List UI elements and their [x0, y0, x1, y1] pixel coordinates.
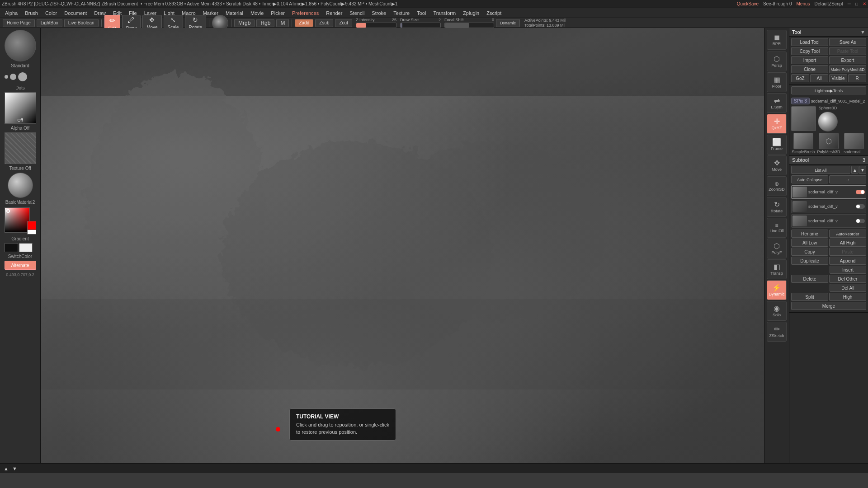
frame-btn[interactable]: ⬜ Frame — [767, 135, 787, 155]
auto-reorder-btn[interactable]: AutoReorder — [829, 230, 866, 238]
list-all-up-btn[interactable]: ▲ — [851, 166, 859, 174]
menu-tool[interactable]: Tool — [414, 9, 429, 17]
del-all-btn[interactable]: Del All — [830, 284, 866, 292]
menu-movie[interactable]: Movie — [247, 9, 267, 17]
texture-preview[interactable] — [5, 132, 36, 164]
minimize-btn[interactable]: ─ — [848, 1, 851, 6]
menu-zplugin[interactable]: Zplugin — [460, 9, 482, 17]
list-all-down-btn[interactable]: ▼ — [859, 166, 866, 174]
copy-tool-btn[interactable]: Copy Tool — [791, 47, 828, 55]
qxyz-btn[interactable]: ✛ QxYZ — [767, 114, 787, 134]
move-view-btn[interactable]: ✥ Move — [767, 155, 787, 175]
menu-preferences[interactable]: Preferences — [289, 9, 322, 17]
menu-render[interactable]: Render — [323, 9, 345, 17]
zsketch-btn[interactable]: ✏ ZSketch — [767, 322, 787, 342]
zsub-btn[interactable]: Zsub — [315, 19, 333, 27]
insert-btn[interactable]: Insert — [830, 266, 866, 274]
clone-btn[interactable]: Clone — [791, 65, 828, 73]
script-btn[interactable]: DefaultZScript — [815, 1, 843, 6]
transp-btn[interactable]: ◧ Transp — [767, 259, 787, 279]
cliff-thumb[interactable] — [791, 106, 816, 131]
polyf-btn[interactable]: ⬡ PolyF — [767, 239, 787, 258]
menu-zscript[interactable]: Zscript — [483, 9, 505, 17]
menus-btn[interactable]: Menus — [796, 1, 810, 6]
merge-btn[interactable]: Merge — [791, 302, 866, 310]
menu-stencil[interactable]: Stencil — [346, 9, 368, 17]
delete-btn[interactable]: Delete — [791, 275, 828, 283]
menu-transform[interactable]: Transform — [430, 9, 459, 17]
dynamic-btn[interactable]: Dynamic — [496, 19, 520, 27]
draw-size-slider[interactable] — [400, 23, 441, 28]
menu-color[interactable]: Color — [42, 9, 60, 17]
persp-btn[interactable]: ⬡ Persp — [767, 52, 787, 71]
simple-brush-item[interactable]: SimpleBrush — [791, 133, 815, 154]
subtool-toggle-0[interactable] — [856, 190, 865, 194]
menu-alpha[interactable]: Alpha — [2, 9, 21, 17]
polymesh3d-item[interactable]: ⬡ PolyMesh3D — [816, 133, 840, 154]
r-btn-lbl[interactable]: R — [848, 74, 866, 82]
paste-subtool-btn[interactable]: Paste — [829, 248, 866, 256]
alpha-preview[interactable]: Off — [5, 92, 36, 124]
floor-btn[interactable]: ▦ Floor — [767, 72, 787, 92]
subtool-toggle-1[interactable] — [856, 204, 865, 209]
grad-white[interactable] — [19, 243, 33, 252]
dots-preview[interactable] — [5, 70, 36, 84]
alternate-btn[interactable]: Alternate — [5, 261, 36, 270]
subtool-item-1[interactable]: sodermal_cliff_v — [791, 200, 866, 213]
load-tool-btn[interactable]: Load Tool — [791, 38, 828, 46]
material-preview[interactable] — [8, 173, 33, 198]
list-all-btn[interactable]: List All — [791, 166, 850, 174]
close-btn[interactable]: ✕ — [863, 1, 866, 6]
lightbox-tools-btn[interactable]: Lightbox▶Tools — [791, 86, 866, 94]
subtool-header[interactable]: Subtool 3 — [789, 156, 868, 164]
linefill-btn[interactable]: ≡ Line Fill — [767, 218, 787, 238]
import-btn[interactable]: Import — [791, 56, 828, 64]
high-btn[interactable]: High — [829, 293, 866, 301]
menu-document[interactable]: Document — [61, 9, 90, 17]
bpr-btn[interactable]: ◼ BPR — [767, 30, 787, 50]
cliff-tool-item[interactable]: sodermal… — [842, 133, 866, 154]
lsym-btn[interactable]: ⇌ L.Sym — [767, 93, 787, 113]
canvas-area[interactable]: TUTORIAL VIEW Click and drag to repositi… — [41, 28, 764, 463]
save-as-btn[interactable]: Save As — [829, 38, 866, 46]
split-btn[interactable]: Split — [791, 293, 828, 301]
color-picker[interactable] — [5, 207, 36, 235]
rgb-btn[interactable]: Rgb — [256, 19, 274, 27]
all-btn[interactable]: All — [810, 74, 828, 82]
del-other-btn[interactable]: Del Other — [829, 275, 866, 283]
focal-shift-slider[interactable] — [444, 23, 494, 28]
visible-btn[interactable]: Visible — [829, 74, 847, 82]
home-page-btn[interactable]: Home Page — [3, 19, 35, 27]
make-polymesh-btn[interactable]: Make PolyMesh3D — [829, 65, 866, 73]
paste-tool-btn[interactable]: Paste Tool — [829, 47, 866, 55]
lightbox-btn[interactable]: LightBox — [37, 19, 62, 27]
subtool-toggle-2[interactable] — [856, 219, 865, 223]
rotate-view-btn[interactable]: ↻ Rotate — [767, 197, 787, 217]
z-intensity-slider[interactable] — [356, 23, 396, 28]
bottom-arrow-up[interactable]: ▲ — [4, 466, 9, 471]
goz-btn[interactable]: GoZ — [791, 74, 809, 82]
rename-btn[interactable]: Rename — [791, 230, 828, 238]
subtool-item-0[interactable]: sodermal_cliff_v — [791, 185, 866, 199]
tutorial-overlay[interactable]: TUTORIAL VIEW Click and drag to repositi… — [289, 408, 396, 441]
mrgb-btn[interactable]: Mrgb — [234, 19, 255, 27]
zadd-btn[interactable]: Zadd — [295, 19, 313, 27]
all-high-btn[interactable]: All High — [829, 239, 866, 247]
zoomsd-btn[interactable]: ⊕ ZoomSD — [767, 176, 787, 196]
all-low-btn[interactable]: All Low — [791, 239, 828, 247]
sphere3d-preview[interactable] — [818, 112, 838, 131]
maximize-btn[interactable]: □ — [855, 1, 858, 6]
copy-subtool-btn[interactable]: Copy — [791, 248, 828, 256]
bottom-arrow-down[interactable]: ▼ — [12, 466, 17, 471]
subtool-item-2[interactable]: sodermal_cliff_v — [791, 214, 866, 228]
solo-btn[interactable]: ◉ Solo — [767, 301, 787, 321]
auto-collapse-arrow-btn[interactable]: → — [829, 175, 866, 183]
menu-texture[interactable]: Texture — [390, 9, 413, 17]
grad-black[interactable] — [5, 243, 18, 252]
brush-preview[interactable] — [5, 30, 36, 61]
menu-picker[interactable]: Picker — [268, 9, 288, 17]
gradient-bar[interactable] — [5, 243, 36, 252]
menu-material[interactable]: Material — [222, 9, 246, 17]
duplicate-btn[interactable]: Duplicate — [791, 257, 828, 265]
export-btn[interactable]: Export — [829, 56, 866, 64]
